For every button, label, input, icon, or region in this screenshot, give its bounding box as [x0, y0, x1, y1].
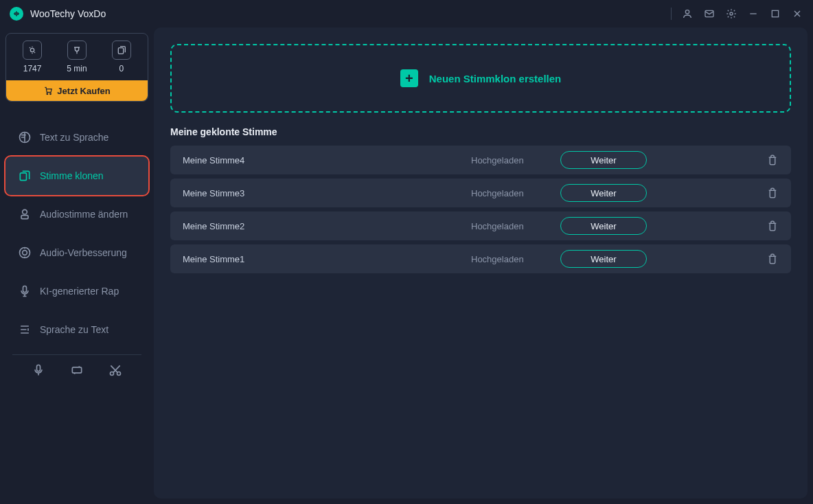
- nav-speech-to-text[interactable]: Sprache zu Text: [5, 310, 148, 349]
- app-logo: [10, 7, 23, 21]
- svg-rect-14: [21, 216, 28, 219]
- cut-tool-icon[interactable]: [108, 363, 122, 377]
- buy-button-label: Jetzt Kaufen: [57, 86, 110, 96]
- continue-button[interactable]: Weiter: [560, 250, 647, 268]
- app-title: WooTechy VoxDo: [30, 8, 106, 19]
- create-clone-label: Neuen Stimmklon erstellen: [429, 73, 562, 84]
- section-title: Meine geklonte Stimme: [170, 126, 791, 137]
- nav-clone-voice[interactable]: Stimme klonen: [5, 157, 148, 195]
- nav-ai-rap[interactable]: KI-generierter Rap: [5, 272, 148, 310]
- svg-point-13: [23, 209, 27, 214]
- plus-icon: +: [400, 69, 418, 87]
- nav-label: Text zu Sprache: [40, 132, 108, 143]
- characters-icon: [23, 41, 42, 60]
- credit-minutes: 5 min: [67, 41, 87, 73]
- credit-characters: 1747: [23, 41, 42, 73]
- voice-name: Meine Stimme1: [183, 254, 471, 264]
- svg-rect-18: [37, 365, 41, 371]
- nav-label: Audio-Verbesserung: [40, 247, 127, 258]
- svg-rect-19: [72, 367, 81, 373]
- settings-icon[interactable]: [725, 8, 737, 20]
- svg-point-15: [20, 248, 30, 258]
- clone-voice-icon: [18, 169, 32, 183]
- account-icon[interactable]: [681, 8, 694, 20]
- nav-label: Stimme klonen: [40, 170, 104, 181]
- svg-point-10: [50, 93, 51, 95]
- audio-enhance-icon: [18, 246, 32, 260]
- buy-button[interactable]: Jetzt Kaufen: [6, 80, 148, 101]
- maximize-button[interactable]: [769, 8, 781, 20]
- text-to-speech-icon: [18, 130, 32, 144]
- main-panel: + Neuen Stimmklon erstellen Meine geklon…: [154, 27, 808, 499]
- svg-point-7: [30, 48, 34, 51]
- svg-rect-17: [23, 286, 27, 293]
- delete-icon[interactable]: [766, 187, 779, 199]
- svg-rect-12: [20, 173, 26, 181]
- delete-icon[interactable]: [766, 220, 779, 232]
- ai-rap-icon: [18, 284, 32, 298]
- voice-row: Meine Stimme2 Hochgeladen Weiter: [170, 211, 791, 240]
- svg-point-0: [685, 10, 689, 14]
- voice-list: Meine Stimme4 Hochgeladen Weiter Meine S…: [170, 146, 791, 273]
- speech-to-text-icon: [18, 323, 32, 336]
- nav-audio-enhance[interactable]: Audio-Verbesserung: [5, 233, 148, 272]
- credit-clones: 0: [112, 41, 131, 73]
- voice-name: Meine Stimme3: [183, 188, 471, 198]
- continue-button[interactable]: Weiter: [560, 217, 647, 235]
- credit-box: 1747 5 min 0 Jetzt Kaufen: [5, 33, 148, 102]
- svg-point-9: [47, 93, 48, 95]
- nav-voice-change[interactable]: Audiostimme ändern: [5, 195, 148, 233]
- continue-button[interactable]: Weiter: [560, 151, 647, 169]
- loop-tool-icon[interactable]: [70, 363, 84, 377]
- svg-rect-8: [118, 48, 123, 54]
- voice-row: Meine Stimme3 Hochgeladen Weiter: [170, 179, 791, 207]
- voice-status: Hochgeladen: [471, 155, 560, 165]
- minimize-button[interactable]: [747, 8, 759, 20]
- minutes-icon: [67, 41, 87, 60]
- voice-status: Hochgeladen: [471, 188, 560, 198]
- delete-icon[interactable]: [766, 154, 779, 166]
- voice-row: Meine Stimme4 Hochgeladen Weiter: [170, 146, 791, 174]
- nav-label: Sprache zu Text: [40, 324, 108, 335]
- nav-label: KI-generierter Rap: [40, 286, 119, 297]
- svg-point-20: [111, 372, 114, 376]
- sidebar: 1747 5 min 0 Jetzt Kaufen Text zu Sprach: [0, 27, 154, 504]
- voice-status: Hochgeladen: [471, 221, 560, 231]
- delete-icon[interactable]: [766, 253, 779, 265]
- svg-point-21: [117, 372, 121, 376]
- titlebar: WooTechy VoxDo: [0, 0, 813, 27]
- clones-icon: [112, 41, 131, 60]
- voice-name: Meine Stimme2: [183, 221, 471, 231]
- create-clone-button[interactable]: + Neuen Stimmklon erstellen: [170, 44, 791, 113]
- svg-point-16: [23, 251, 27, 255]
- continue-button[interactable]: Weiter: [560, 184, 647, 202]
- voice-name: Meine Stimme4: [183, 155, 471, 165]
- voice-row: Meine Stimme1 Hochgeladen Weiter: [170, 244, 791, 273]
- nav-divider: [12, 354, 141, 355]
- svg-point-2: [730, 12, 733, 15]
- voice-status: Hochgeladen: [471, 254, 560, 264]
- nav-text-to-speech[interactable]: Text zu Sprache: [5, 118, 148, 157]
- nav-label: Audiostimme ändern: [40, 209, 128, 220]
- voice-change-icon: [18, 207, 32, 221]
- mail-icon[interactable]: [703, 8, 715, 20]
- svg-rect-4: [772, 10, 778, 16]
- mic-tool-icon[interactable]: [32, 363, 45, 377]
- close-button[interactable]: [791, 8, 803, 20]
